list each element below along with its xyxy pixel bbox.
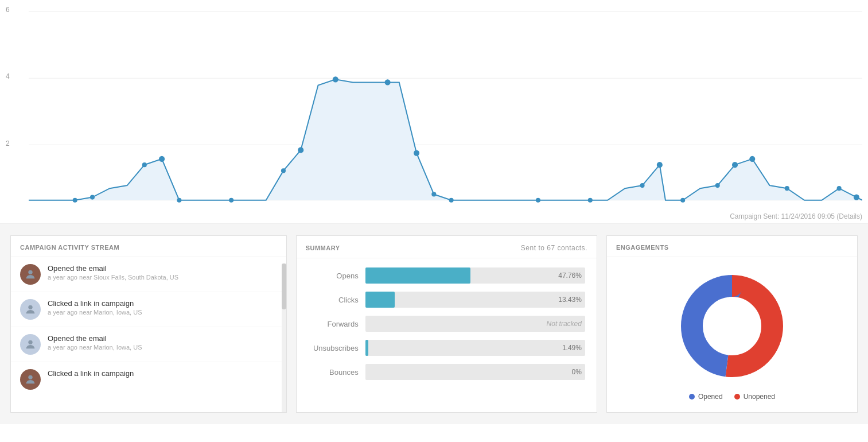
activity-action: Clicked a link in campaign xyxy=(48,369,134,378)
svg-marker-4 xyxy=(29,79,862,200)
bar-container: 13.43% xyxy=(365,292,585,308)
list-item: Opened the email a year ago near Sioux F… xyxy=(11,257,286,292)
avatar xyxy=(20,369,41,390)
summary-panel: SUMMARY Sent to 67 contacts. Opens 47.76… xyxy=(296,235,597,413)
legend-label-unopened: Unopened xyxy=(744,393,775,401)
engagements-title: ENGAGEMENTS xyxy=(616,244,669,251)
activity-text: Clicked a link in campaign a year ago ne… xyxy=(48,299,142,316)
bar-fill xyxy=(365,340,369,356)
row-label: Bounces xyxy=(308,368,365,377)
svg-point-29 xyxy=(28,270,32,274)
person-icon xyxy=(24,373,37,386)
legend-item-opened: Opened xyxy=(689,393,723,401)
svg-point-35 xyxy=(704,298,760,354)
bar-value: 13.43% xyxy=(558,296,582,304)
donut-chart-svg xyxy=(675,269,789,383)
svg-point-27 xyxy=(837,186,842,191)
activity-action: Clicked a link in campaign xyxy=(48,299,142,308)
svg-point-26 xyxy=(785,186,789,191)
svg-point-5 xyxy=(73,198,77,203)
svg-point-16 xyxy=(431,192,436,196)
scrollbar-thumb[interactable] xyxy=(282,263,286,309)
activity-text: Opened the email a year ago near Sioux F… xyxy=(48,264,178,281)
engagements-panel: ENGAGEMENTS Opened Unopened xyxy=(606,235,858,413)
y-axis-labels: 6 4 2 xyxy=(6,6,10,206)
person-icon xyxy=(24,303,37,316)
donut-legend: Opened Unopened xyxy=(689,393,775,401)
summary-header: SUMMARY Sent to 67 contacts. xyxy=(297,236,597,258)
sent-to-info: Sent to 67 contacts. xyxy=(521,244,587,252)
time-series-chart: 6 4 2 xyxy=(0,0,868,224)
svg-point-22 xyxy=(680,198,685,203)
bar-value: 0% xyxy=(572,368,582,376)
y-label-2: 2 xyxy=(6,139,10,148)
row-label: Unsubscribes xyxy=(308,344,365,352)
scrollbar-track[interactable] xyxy=(282,263,286,412)
bar-container: 1.49% xyxy=(365,340,585,356)
row-label: Forwards xyxy=(308,320,365,328)
bar-container: 47.76% xyxy=(365,267,585,284)
opened-dot xyxy=(689,394,695,400)
svg-point-18 xyxy=(536,198,540,203)
activity-list[interactable]: Opened the email a year ago near Sioux F… xyxy=(11,257,286,395)
summary-rows: Opens 47.76% Clicks 13.43% Forwards Not … xyxy=(297,258,597,397)
activity-time-location: a year ago near Marion, Iowa, US xyxy=(48,344,142,351)
list-item: Clicked a link in campaign xyxy=(11,362,286,395)
activity-action: Opened the email xyxy=(48,264,178,273)
svg-point-9 xyxy=(177,198,181,203)
svg-point-25 xyxy=(749,156,755,162)
svg-point-20 xyxy=(640,183,645,188)
avatar xyxy=(20,264,41,285)
svg-point-8 xyxy=(159,156,165,162)
activity-text: Clicked a link in campaign xyxy=(48,369,134,378)
legend-item-unopened: Unopened xyxy=(734,393,775,401)
bar-container: Not tracked xyxy=(365,316,585,332)
y-label-4: 4 xyxy=(6,72,10,80)
svg-point-28 xyxy=(854,194,859,200)
person-icon xyxy=(24,268,37,281)
unopened-dot xyxy=(734,394,740,400)
svg-point-30 xyxy=(28,305,32,309)
activity-title: CAMPAIGN ACTIVITY STREAM xyxy=(20,244,119,251)
svg-point-13 xyxy=(333,76,338,82)
y-label-6: 6 xyxy=(6,6,10,14)
person-icon xyxy=(24,338,37,351)
svg-point-12 xyxy=(298,147,303,153)
bar-fill xyxy=(365,292,395,308)
svg-point-23 xyxy=(715,183,720,188)
svg-point-14 xyxy=(385,79,391,85)
summary-row-clicks: Clicks 13.43% xyxy=(308,292,585,308)
svg-point-10 xyxy=(229,198,233,203)
summary-row-opens: Opens 47.76% xyxy=(308,267,585,284)
activity-time-location: a year ago near Marion, Iowa, US xyxy=(48,309,142,316)
svg-point-21 xyxy=(657,162,663,168)
list-item: Opened the email a year ago near Marion,… xyxy=(11,327,286,362)
row-label: Opens xyxy=(308,272,365,280)
activity-text: Opened the email a year ago near Marion,… xyxy=(48,334,142,351)
engagements-header: ENGAGEMENTS xyxy=(607,236,857,257)
svg-point-7 xyxy=(142,162,147,167)
row-label: Clicks xyxy=(308,296,365,304)
activity-header: CAMPAIGN ACTIVITY STREAM xyxy=(11,236,286,257)
svg-point-6 xyxy=(90,195,95,199)
svg-point-17 xyxy=(449,198,454,203)
summary-row-bounces: Bounces 0% xyxy=(308,364,585,380)
summary-title: SUMMARY xyxy=(306,245,340,251)
svg-point-24 xyxy=(732,162,738,168)
bar-value: 1.49% xyxy=(562,344,582,352)
summary-row-unsubscribes: Unsubscribes 1.49% xyxy=(308,340,585,356)
activity-time-location: a year ago near Sioux Falls, South Dakot… xyxy=(48,274,178,281)
activity-action: Opened the email xyxy=(48,334,142,343)
svg-point-32 xyxy=(28,375,32,379)
avatar xyxy=(20,299,41,320)
bar-value-not-tracked: Not tracked xyxy=(547,320,582,328)
bar-container: 0% xyxy=(365,364,585,380)
chart-svg-area xyxy=(29,6,862,206)
bar-value: 47.76% xyxy=(558,272,582,280)
avatar xyxy=(20,334,41,355)
campaign-sent-label: Campaign Sent: 11/24/2016 09:05 (Details… xyxy=(730,212,862,220)
svg-point-11 xyxy=(281,168,286,173)
summary-row-forwards: Forwards Not tracked xyxy=(308,316,585,332)
svg-point-31 xyxy=(28,340,32,344)
bottom-panels: CAMPAIGN ACTIVITY STREAM Opened the emai… xyxy=(0,224,868,424)
